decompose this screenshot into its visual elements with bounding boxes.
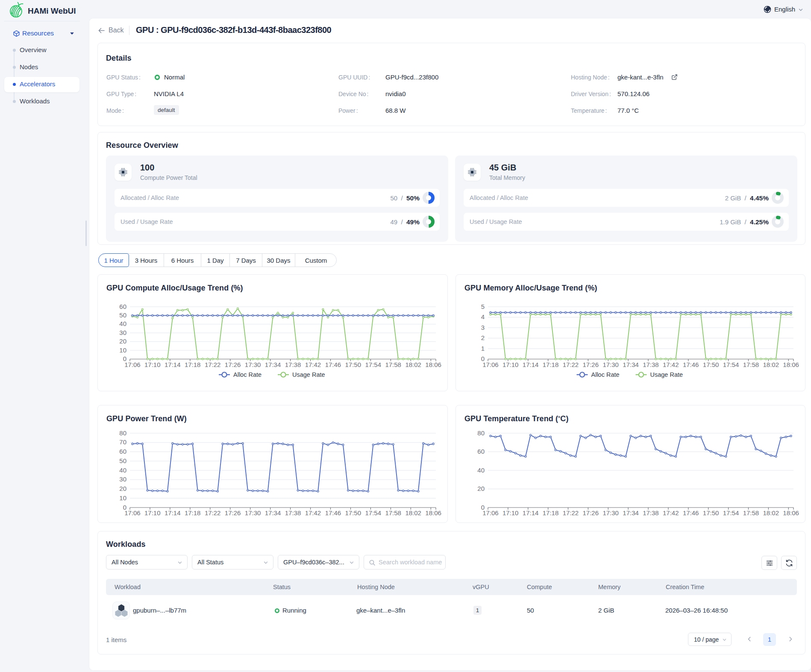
svg-text:50: 50 bbox=[119, 457, 126, 464]
svg-text:30: 30 bbox=[119, 329, 126, 336]
svg-text:17:22: 17:22 bbox=[205, 509, 221, 516]
svg-text:1: 1 bbox=[481, 345, 485, 352]
svg-text:17:54: 17:54 bbox=[723, 509, 739, 516]
svg-text:17:10: 17:10 bbox=[502, 361, 519, 368]
svg-text:17:18: 17:18 bbox=[543, 361, 559, 368]
svg-text:20: 20 bbox=[119, 485, 126, 492]
svg-text:17:34: 17:34 bbox=[623, 509, 639, 516]
svg-text:17:06: 17:06 bbox=[482, 361, 499, 368]
svg-text:5: 5 bbox=[481, 303, 485, 310]
svg-text:17:06: 17:06 bbox=[482, 509, 499, 516]
svg-text:17:38: 17:38 bbox=[285, 361, 301, 368]
svg-text:17:14: 17:14 bbox=[523, 509, 539, 516]
svg-text:17:30: 17:30 bbox=[602, 361, 619, 368]
svg-text:17:58: 17:58 bbox=[743, 361, 759, 368]
svg-text:17:26: 17:26 bbox=[583, 509, 599, 516]
svg-text:17:42: 17:42 bbox=[305, 361, 321, 368]
svg-text:40: 40 bbox=[477, 467, 485, 474]
svg-text:17:38: 17:38 bbox=[285, 509, 301, 516]
svg-text:2: 2 bbox=[481, 334, 485, 341]
svg-text:17:30: 17:30 bbox=[245, 509, 261, 516]
svg-text:17:14: 17:14 bbox=[165, 509, 181, 516]
svg-text:70: 70 bbox=[119, 438, 126, 446]
svg-text:17:10: 17:10 bbox=[144, 361, 161, 368]
svg-text:60: 60 bbox=[477, 448, 485, 455]
svg-text:17:46: 17:46 bbox=[325, 509, 341, 516]
svg-text:17:22: 17:22 bbox=[563, 361, 579, 368]
svg-text:18:02: 18:02 bbox=[405, 361, 421, 368]
svg-text:17:38: 17:38 bbox=[643, 361, 659, 368]
svg-text:Usage Rate: Usage Rate bbox=[650, 371, 683, 378]
svg-text:17:46: 17:46 bbox=[683, 361, 699, 368]
svg-text:60: 60 bbox=[119, 448, 126, 455]
svg-text:17:58: 17:58 bbox=[385, 509, 401, 516]
svg-text:30: 30 bbox=[119, 475, 126, 483]
svg-text:17:30: 17:30 bbox=[245, 361, 261, 368]
svg-text:17:54: 17:54 bbox=[365, 361, 382, 368]
svg-text:17:50: 17:50 bbox=[345, 509, 361, 516]
svg-text:17:42: 17:42 bbox=[663, 361, 679, 368]
svg-text:17:58: 17:58 bbox=[385, 361, 401, 368]
svg-text:3: 3 bbox=[481, 324, 485, 331]
svg-text:10: 10 bbox=[119, 346, 126, 354]
svg-text:10: 10 bbox=[119, 494, 126, 502]
svg-text:17:10: 17:10 bbox=[144, 509, 161, 516]
svg-text:Usage Rate: Usage Rate bbox=[292, 371, 325, 378]
svg-text:17:46: 17:46 bbox=[683, 509, 699, 516]
svg-text:40: 40 bbox=[119, 320, 126, 327]
svg-text:18:02: 18:02 bbox=[405, 509, 421, 516]
svg-text:17:54: 17:54 bbox=[723, 361, 739, 368]
svg-text:20: 20 bbox=[477, 485, 485, 492]
svg-text:17:18: 17:18 bbox=[185, 509, 201, 516]
svg-text:80: 80 bbox=[477, 429, 485, 437]
svg-text:18:06: 18:06 bbox=[783, 509, 799, 516]
svg-text:17:18: 17:18 bbox=[185, 361, 201, 368]
svg-text:17:30: 17:30 bbox=[602, 509, 619, 516]
svg-text:60: 60 bbox=[119, 303, 126, 310]
svg-text:18:06: 18:06 bbox=[425, 509, 441, 516]
svg-text:17:38: 17:38 bbox=[643, 509, 659, 516]
svg-text:17:26: 17:26 bbox=[583, 361, 599, 368]
svg-text:17:22: 17:22 bbox=[563, 509, 579, 516]
svg-text:17:06: 17:06 bbox=[124, 509, 141, 516]
svg-text:17:10: 17:10 bbox=[502, 509, 519, 516]
svg-text:Alloc Rate: Alloc Rate bbox=[591, 371, 620, 378]
svg-text:17:50: 17:50 bbox=[345, 361, 361, 368]
svg-text:17:34: 17:34 bbox=[623, 361, 639, 368]
svg-text:18:02: 18:02 bbox=[763, 509, 779, 516]
svg-text:17:26: 17:26 bbox=[225, 509, 241, 516]
svg-text:17:14: 17:14 bbox=[523, 361, 539, 368]
svg-text:4: 4 bbox=[481, 313, 485, 320]
svg-text:17:42: 17:42 bbox=[663, 509, 679, 516]
svg-text:17:22: 17:22 bbox=[205, 361, 221, 368]
svg-text:17:46: 17:46 bbox=[325, 361, 341, 368]
svg-text:20: 20 bbox=[119, 337, 126, 345]
svg-text:18:02: 18:02 bbox=[763, 361, 779, 368]
svg-text:80: 80 bbox=[119, 429, 126, 437]
svg-text:17:58: 17:58 bbox=[743, 509, 759, 516]
svg-text:17:06: 17:06 bbox=[124, 361, 141, 368]
svg-text:17:34: 17:34 bbox=[265, 509, 281, 516]
svg-text:40: 40 bbox=[119, 467, 126, 474]
svg-text:17:14: 17:14 bbox=[165, 361, 181, 368]
svg-text:17:50: 17:50 bbox=[703, 509, 719, 516]
svg-text:18:06: 18:06 bbox=[783, 361, 799, 368]
svg-text:17:26: 17:26 bbox=[225, 361, 241, 368]
svg-text:17:42: 17:42 bbox=[305, 509, 321, 516]
svg-text:17:54: 17:54 bbox=[365, 509, 382, 516]
svg-text:17:18: 17:18 bbox=[543, 509, 559, 516]
svg-text:17:34: 17:34 bbox=[265, 361, 281, 368]
svg-text:17:50: 17:50 bbox=[703, 361, 719, 368]
svg-text:Alloc Rate: Alloc Rate bbox=[233, 371, 262, 378]
svg-text:18:06: 18:06 bbox=[425, 361, 441, 368]
svg-text:50: 50 bbox=[119, 311, 126, 319]
